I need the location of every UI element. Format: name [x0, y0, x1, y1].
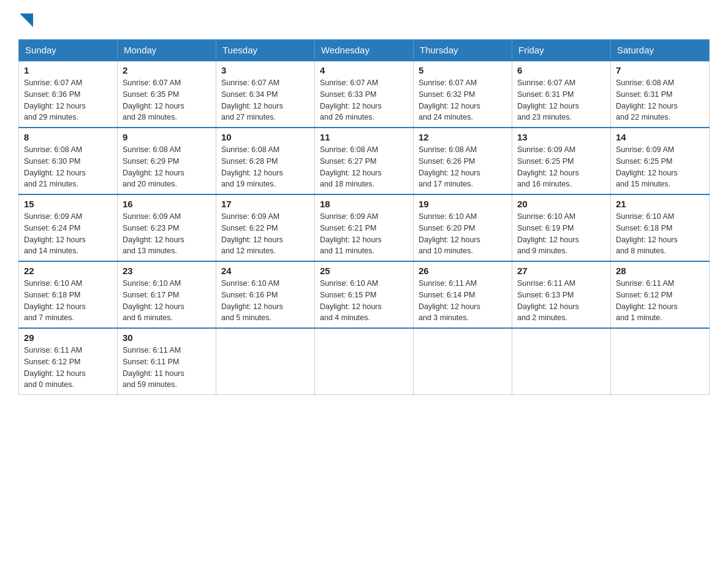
- day-number: 23: [123, 266, 211, 276]
- day-cell-13: 13Sunrise: 6:09 AMSunset: 6:25 PMDayligh…: [512, 128, 611, 194]
- day-cell-17: 17Sunrise: 6:09 AMSunset: 6:22 PMDayligh…: [216, 194, 315, 261]
- column-header-sunday: Sunday: [19, 40, 118, 61]
- empty-cell: [315, 328, 414, 395]
- logo-arrow-icon: [20, 13, 33, 27]
- empty-cell: [611, 328, 710, 395]
- day-cell-12: 12Sunrise: 6:08 AMSunset: 6:26 PMDayligh…: [414, 128, 512, 194]
- day-info: Sunrise: 6:09 AMSunset: 6:24 PMDaylight:…: [24, 211, 112, 257]
- day-cell-23: 23Sunrise: 6:10 AMSunset: 6:17 PMDayligh…: [118, 261, 216, 328]
- day-cell-6: 6Sunrise: 6:07 AMSunset: 6:31 PMDaylight…: [512, 61, 611, 128]
- day-cell-9: 9Sunrise: 6:08 AMSunset: 6:29 PMDaylight…: [118, 128, 216, 194]
- day-info: Sunrise: 6:07 AMSunset: 6:33 PMDaylight:…: [320, 77, 408, 123]
- day-info: Sunrise: 6:08 AMSunset: 6:26 PMDaylight:…: [419, 144, 507, 190]
- day-number: 29: [24, 332, 112, 343]
- day-cell-28: 28Sunrise: 6:11 AMSunset: 6:12 PMDayligh…: [611, 261, 710, 328]
- day-number: 19: [419, 199, 507, 209]
- day-info: Sunrise: 6:10 AMSunset: 6:15 PMDaylight:…: [320, 278, 408, 324]
- day-cell-25: 25Sunrise: 6:10 AMSunset: 6:15 PMDayligh…: [315, 261, 414, 328]
- day-cell-27: 27Sunrise: 6:11 AMSunset: 6:13 PMDayligh…: [512, 261, 611, 328]
- day-info: Sunrise: 6:10 AMSunset: 6:18 PMDaylight:…: [24, 278, 112, 324]
- day-number: 17: [221, 199, 309, 209]
- day-number: 14: [616, 132, 704, 142]
- page-header: [18, 12, 710, 27]
- day-cell-26: 26Sunrise: 6:11 AMSunset: 6:14 PMDayligh…: [414, 261, 512, 328]
- day-cell-7: 7Sunrise: 6:08 AMSunset: 6:31 PMDaylight…: [611, 61, 710, 128]
- empty-cell: [512, 328, 611, 395]
- day-info: Sunrise: 6:11 AMSunset: 6:14 PMDaylight:…: [419, 278, 507, 324]
- calendar-table: SundayMondayTuesdayWednesdayThursdayFrid…: [18, 39, 710, 395]
- day-cell-18: 18Sunrise: 6:09 AMSunset: 6:21 PMDayligh…: [315, 194, 414, 261]
- empty-cell: [216, 328, 315, 395]
- column-header-friday: Friday: [512, 40, 611, 61]
- day-info: Sunrise: 6:11 AMSunset: 6:11 PMDaylight:…: [123, 345, 211, 391]
- logo: [18, 12, 33, 27]
- day-info: Sunrise: 6:10 AMSunset: 6:18 PMDaylight:…: [616, 211, 704, 257]
- day-number: 1: [24, 65, 112, 75]
- day-cell-30: 30Sunrise: 6:11 AMSunset: 6:11 PMDayligh…: [118, 328, 216, 395]
- day-number: 22: [24, 266, 112, 276]
- day-number: 20: [517, 199, 605, 209]
- day-cell-3: 3Sunrise: 6:07 AMSunset: 6:34 PMDaylight…: [216, 61, 315, 128]
- day-info: Sunrise: 6:10 AMSunset: 6:20 PMDaylight:…: [419, 211, 507, 257]
- day-number: 8: [24, 132, 112, 142]
- day-info: Sunrise: 6:08 AMSunset: 6:27 PMDaylight:…: [320, 144, 408, 190]
- day-info: Sunrise: 6:08 AMSunset: 6:30 PMDaylight:…: [24, 144, 112, 190]
- day-info: Sunrise: 6:07 AMSunset: 6:34 PMDaylight:…: [221, 77, 309, 123]
- day-info: Sunrise: 6:10 AMSunset: 6:16 PMDaylight:…: [221, 278, 309, 324]
- day-info: Sunrise: 6:09 AMSunset: 6:25 PMDaylight:…: [616, 144, 704, 190]
- day-number: 5: [419, 65, 507, 75]
- day-cell-20: 20Sunrise: 6:10 AMSunset: 6:19 PMDayligh…: [512, 194, 611, 261]
- day-info: Sunrise: 6:07 AMSunset: 6:35 PMDaylight:…: [123, 77, 211, 123]
- day-info: Sunrise: 6:09 AMSunset: 6:23 PMDaylight:…: [123, 211, 211, 257]
- day-cell-2: 2Sunrise: 6:07 AMSunset: 6:35 PMDaylight…: [118, 61, 216, 128]
- day-info: Sunrise: 6:09 AMSunset: 6:22 PMDaylight:…: [221, 211, 309, 257]
- day-cell-19: 19Sunrise: 6:10 AMSunset: 6:20 PMDayligh…: [414, 194, 512, 261]
- day-cell-11: 11Sunrise: 6:08 AMSunset: 6:27 PMDayligh…: [315, 128, 414, 194]
- week-row-2: 8Sunrise: 6:08 AMSunset: 6:30 PMDaylight…: [19, 128, 710, 194]
- day-number: 6: [517, 65, 605, 75]
- svg-marker-0: [20, 13, 33, 27]
- week-row-1: 1Sunrise: 6:07 AMSunset: 6:36 PMDaylight…: [19, 61, 710, 128]
- day-info: Sunrise: 6:09 AMSunset: 6:21 PMDaylight:…: [320, 211, 408, 257]
- day-cell-1: 1Sunrise: 6:07 AMSunset: 6:36 PMDaylight…: [19, 61, 118, 128]
- day-info: Sunrise: 6:10 AMSunset: 6:17 PMDaylight:…: [123, 278, 211, 324]
- day-info: Sunrise: 6:10 AMSunset: 6:19 PMDaylight:…: [517, 211, 605, 257]
- day-number: 30: [123, 332, 211, 343]
- day-cell-21: 21Sunrise: 6:10 AMSunset: 6:18 PMDayligh…: [611, 194, 710, 261]
- day-number: 15: [24, 199, 112, 209]
- day-info: Sunrise: 6:07 AMSunset: 6:36 PMDaylight:…: [24, 77, 112, 123]
- day-number: 28: [616, 266, 704, 276]
- column-header-wednesday: Wednesday: [315, 40, 414, 61]
- day-number: 26: [419, 266, 507, 276]
- day-cell-15: 15Sunrise: 6:09 AMSunset: 6:24 PMDayligh…: [19, 194, 118, 261]
- day-info: Sunrise: 6:08 AMSunset: 6:28 PMDaylight:…: [221, 144, 309, 190]
- day-number: 7: [616, 65, 704, 75]
- week-row-3: 15Sunrise: 6:09 AMSunset: 6:24 PMDayligh…: [19, 194, 710, 261]
- day-cell-16: 16Sunrise: 6:09 AMSunset: 6:23 PMDayligh…: [118, 194, 216, 261]
- day-number: 27: [517, 266, 605, 276]
- column-header-saturday: Saturday: [611, 40, 710, 61]
- day-cell-4: 4Sunrise: 6:07 AMSunset: 6:33 PMDaylight…: [315, 61, 414, 128]
- day-number: 9: [123, 132, 211, 142]
- day-number: 16: [123, 199, 211, 209]
- day-cell-5: 5Sunrise: 6:07 AMSunset: 6:32 PMDaylight…: [414, 61, 512, 128]
- day-number: 2: [123, 65, 211, 75]
- column-header-thursday: Thursday: [414, 40, 512, 61]
- header-row: SundayMondayTuesdayWednesdayThursdayFrid…: [19, 40, 710, 61]
- week-row-5: 29Sunrise: 6:11 AMSunset: 6:12 PMDayligh…: [19, 328, 710, 395]
- day-number: 25: [320, 266, 408, 276]
- day-number: 12: [419, 132, 507, 142]
- day-cell-22: 22Sunrise: 6:10 AMSunset: 6:18 PMDayligh…: [19, 261, 118, 328]
- day-cell-14: 14Sunrise: 6:09 AMSunset: 6:25 PMDayligh…: [611, 128, 710, 194]
- day-info: Sunrise: 6:09 AMSunset: 6:25 PMDaylight:…: [517, 144, 605, 190]
- day-info: Sunrise: 6:11 AMSunset: 6:12 PMDaylight:…: [616, 278, 704, 324]
- day-cell-10: 10Sunrise: 6:08 AMSunset: 6:28 PMDayligh…: [216, 128, 315, 194]
- week-row-4: 22Sunrise: 6:10 AMSunset: 6:18 PMDayligh…: [19, 261, 710, 328]
- day-info: Sunrise: 6:07 AMSunset: 6:32 PMDaylight:…: [419, 77, 507, 123]
- day-number: 24: [221, 266, 309, 276]
- day-number: 11: [320, 132, 408, 142]
- day-number: 10: [221, 132, 309, 142]
- day-info: Sunrise: 6:08 AMSunset: 6:29 PMDaylight:…: [123, 144, 211, 190]
- day-info: Sunrise: 6:08 AMSunset: 6:31 PMDaylight:…: [616, 77, 704, 123]
- day-info: Sunrise: 6:11 AMSunset: 6:12 PMDaylight:…: [24, 345, 112, 391]
